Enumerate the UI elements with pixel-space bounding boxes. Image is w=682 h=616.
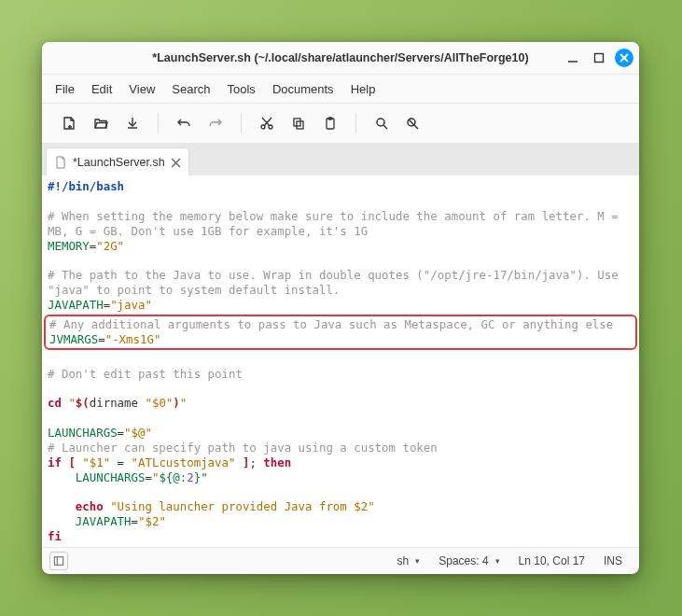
string: "-Xms1G"	[105, 332, 161, 346]
statusbar: sh Spaces: 4 Ln 10, Col 17 INS	[42, 547, 639, 574]
maximize-button[interactable]	[586, 45, 612, 71]
tab-launchserver[interactable]: *LaunchServer.sh	[46, 147, 189, 176]
menu-documents[interactable]: Documents	[265, 78, 341, 100]
string: "2G"	[96, 239, 124, 253]
cut-button[interactable]	[253, 109, 281, 137]
comment: # Don't edit past this point	[48, 367, 243, 381]
svg-rect-22	[54, 557, 63, 566]
paste-button[interactable]	[316, 109, 344, 137]
variable: MEMORY	[48, 239, 90, 253]
file-icon	[54, 156, 67, 169]
menubar: File Edit View Search Tools Documents He…	[42, 75, 639, 104]
open-button[interactable]	[87, 109, 115, 137]
insert-mode[interactable]: INS	[594, 554, 632, 567]
svg-line-16	[383, 125, 387, 129]
variable: JAVAPATH	[48, 298, 104, 312]
menu-view[interactable]: View	[121, 78, 162, 100]
indent-selector[interactable]: Spaces: 4	[429, 554, 508, 567]
new-file-button[interactable]	[55, 109, 83, 137]
code-editor[interactable]: #!/bin/bash # When setting the memory be…	[42, 175, 639, 547]
highlighted-region: # Any additional arguments to pass to Ja…	[44, 315, 637, 350]
language-selector[interactable]: sh	[388, 554, 430, 567]
tab-close-icon[interactable]	[171, 158, 181, 168]
menu-edit[interactable]: Edit	[84, 78, 119, 100]
undo-button[interactable]	[170, 109, 198, 137]
keyword: cd	[48, 396, 62, 410]
comment: # Any additional arguments to pass to Ja…	[49, 317, 613, 331]
svg-line-18	[414, 125, 418, 129]
titlebar: *LaunchServer.sh (~/.local/share/atlaunc…	[42, 42, 639, 75]
save-button[interactable]	[118, 109, 146, 137]
menu-tools[interactable]: Tools	[220, 78, 263, 100]
tab-label: *LaunchServer.sh	[73, 156, 165, 169]
editor-window: *LaunchServer.sh (~/.local/share/atlaunc…	[42, 42, 639, 574]
menu-file[interactable]: File	[48, 78, 82, 100]
minimize-button[interactable]	[560, 45, 586, 71]
comment: # The path to the Java to use. Wrap in d…	[48, 268, 625, 297]
menu-help[interactable]: Help	[343, 78, 383, 100]
toolbar	[42, 104, 639, 144]
redo-button[interactable]	[202, 109, 230, 137]
tab-bar: *LaunchServer.sh	[42, 144, 639, 175]
separator	[241, 113, 242, 133]
find-button[interactable]	[368, 109, 396, 137]
window-title: *LaunchServer.sh (~/.local/share/atlaunc…	[152, 51, 528, 64]
shebang: #!/bin/bash	[48, 179, 124, 193]
window-controls	[560, 42, 633, 74]
variable: JVMARGS	[49, 332, 98, 346]
svg-rect-1	[595, 54, 604, 63]
svg-line-19	[409, 119, 414, 125]
close-button[interactable]	[615, 49, 633, 67]
menu-search[interactable]: Search	[164, 78, 217, 100]
copy-button[interactable]	[285, 109, 313, 137]
replace-button[interactable]	[399, 109, 427, 137]
separator	[355, 113, 356, 133]
separator	[158, 113, 159, 133]
comment: # When setting the memory below make sur…	[48, 209, 625, 238]
cursor-position: Ln 10, Col 17	[509, 554, 594, 567]
svg-point-15	[377, 119, 384, 126]
sidebar-toggle-icon[interactable]	[49, 552, 68, 570]
string: "java"	[110, 298, 152, 312]
